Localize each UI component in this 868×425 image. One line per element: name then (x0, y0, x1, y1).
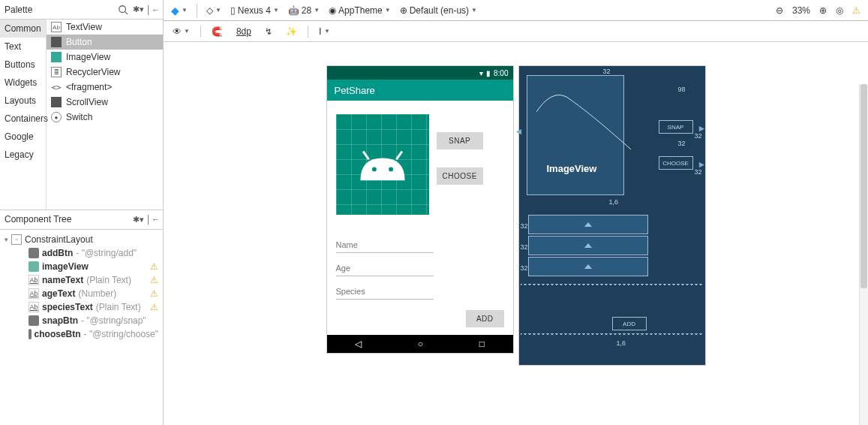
magnet-icon[interactable]: 🧲 (209, 25, 226, 38)
palette-item-switch[interactable]: ●Switch (47, 110, 163, 125)
snap-button[interactable]: SNAP (437, 132, 483, 149)
default-margin[interactable]: 8dp (233, 25, 254, 38)
vertical-scrollbar[interactable] (859, 84, 868, 425)
wifi-icon: ▾ (479, 69, 483, 77)
tree-header: Component Tree ✱▾ │← (0, 210, 163, 230)
palette-cat-layouts[interactable]: Layouts (0, 92, 46, 110)
button-icon (29, 329, 32, 339)
margin-label: 1,6 (617, 339, 626, 347)
search-icon[interactable] (118, 5, 128, 15)
bp-name-field[interactable] (528, 215, 648, 234)
tree-row-root[interactable]: ▾ ▫ ConstraintLayout (2, 233, 161, 246)
svg-line-1 (125, 11, 128, 14)
palette-title: Palette (5, 5, 32, 15)
clear-constraints-icon[interactable]: ↯ (262, 25, 275, 38)
battery-icon: ▮ (486, 69, 491, 77)
tree-title: Component Tree (5, 214, 71, 225)
svg-point-0 (119, 5, 126, 12)
bp-snap-button[interactable]: SNAP (659, 120, 693, 134)
name-field[interactable]: Name (336, 237, 434, 253)
rotate-icon: ◇ (206, 5, 213, 16)
device-dropdown[interactable]: ▯Nexus 4▼ (227, 4, 282, 17)
palette-item-fragment[interactable]: <><fragment> (47, 80, 163, 95)
arrow-right-icon: ► (698, 159, 707, 170)
margin-label: 32 (521, 243, 528, 251)
text-icon: Ab (29, 302, 39, 312)
orientation-dropdown[interactable]: ◇▼ (203, 4, 224, 17)
palette-categories: Common Text Buttons Widgets Layouts Cont… (0, 20, 47, 209)
palette-cat-text[interactable]: Text (0, 38, 46, 56)
margin-label: 32 (603, 68, 611, 75)
globe-icon: ⊕ (400, 5, 407, 16)
imageview-preview[interactable] (336, 114, 429, 215)
gear-icon[interactable]: ✱▾ (133, 5, 143, 15)
app-title: PetShare (335, 85, 375, 96)
bp-species-field[interactable] (528, 257, 648, 276)
warning-icon: ⚠ (150, 302, 158, 312)
gear-icon[interactable]: ✱▾ (133, 214, 143, 225)
bp-age-field[interactable] (528, 236, 648, 255)
android-icon (355, 146, 410, 184)
guidelines-dropdown[interactable]: Ⅰ ▼ (316, 25, 333, 38)
tree-row[interactable]: AbageText(Number)⚠ (2, 287, 161, 300)
design-canvas[interactable]: ▾ ▮ 8:00 PetShare SNAP (164, 42, 868, 425)
palette-cat-containers[interactable]: Containers (0, 110, 46, 128)
component-tree: ▾ ▫ ConstraintLayout addBtn- "@string/ad… (0, 230, 163, 426)
choose-button[interactable]: CHOOSE (437, 167, 483, 185)
species-field[interactable]: Species (336, 284, 434, 300)
text-icon: Ab (29, 288, 39, 299)
tree-row[interactable]: chooseBtn- "@string/choose" (2, 327, 161, 341)
age-field[interactable]: Age (336, 261, 434, 276)
tree-row[interactable]: AbspeciesText(Plain Text)⚠ (2, 300, 161, 314)
zoom-fit-button[interactable]: ◎ (833, 4, 846, 17)
zigzag-icon (521, 333, 704, 338)
theme-icon: ◉ (329, 5, 336, 16)
palette-cat-buttons[interactable]: Buttons (0, 56, 46, 74)
zoom-out-button[interactable]: ⊖ (773, 4, 786, 17)
margin-label: 32 (521, 264, 528, 272)
bp-choose-button[interactable]: CHOOSE (659, 156, 693, 170)
view-options-dropdown[interactable]: 👁 ▼ (170, 25, 193, 38)
palette-item-textview[interactable]: AbTextView (47, 20, 163, 35)
palette-item-button[interactable]: Button (47, 35, 163, 50)
palette-items: AbTextView Button ImageView ≣RecyclerVie… (47, 20, 163, 209)
bp-imageview[interactable]: ImageView (527, 75, 624, 195)
app-bar: PetShare (327, 80, 513, 101)
status-time: 8:00 (494, 69, 508, 77)
zoom-in-button[interactable]: ⊕ (816, 4, 830, 17)
phone-icon: ▯ (230, 5, 236, 16)
tree-row[interactable]: AbnameText(Plain Text)⚠ (2, 273, 161, 287)
collapse-icon[interactable]: │← (148, 5, 158, 15)
palette-item-scrollview[interactable]: ScrollView (47, 95, 163, 110)
palette-cat-legacy[interactable]: Legacy (0, 146, 46, 164)
add-button[interactable]: ADD (466, 310, 504, 327)
palette-cat-widgets[interactable]: Widgets (0, 74, 46, 92)
tree-row[interactable]: snapBtn- "@string/snap" (2, 314, 161, 327)
tree-row[interactable]: addBtn- "@string/add" (2, 246, 161, 260)
back-icon[interactable]: ◁ (355, 339, 362, 349)
palette-item-imageview[interactable]: ImageView (47, 50, 163, 65)
svg-point-2 (371, 167, 376, 171)
home-icon[interactable]: ○ (418, 339, 423, 349)
infer-constraints-icon[interactable]: ✨ (283, 25, 300, 38)
margin-label: 1,6 (609, 198, 619, 206)
tree-row[interactable]: imageView⚠ (2, 260, 161, 273)
palette-cat-common[interactable]: Common (0, 20, 46, 38)
api-dropdown[interactable]: 🤖28▼ (285, 4, 323, 17)
svg-point-3 (389, 167, 393, 171)
zigzag-icon (521, 284, 704, 288)
locale-dropdown[interactable]: ⊕Default (en-us)▼ (397, 4, 480, 17)
palette-item-recyclerview[interactable]: ≣RecyclerView (47, 65, 163, 80)
status-bar: ▾ ▮ 8:00 (327, 66, 513, 80)
collapse-icon[interactable]: │← (148, 214, 158, 225)
design-surface-dropdown[interactable]: ◆▼ (168, 3, 191, 18)
blueprint-view[interactable]: 32 98 32 32 32 ImageView 1,6 SNAP CHOOSE… (519, 66, 705, 365)
warning-icon[interactable]: ⚠ (849, 4, 863, 17)
image-icon (29, 261, 39, 272)
palette-cat-google[interactable]: Google (0, 128, 46, 146)
zoom-value: 33% (789, 4, 813, 17)
palette-header: Palette ✱▾ │← (0, 0, 163, 20)
bp-add-button[interactable]: ADD (612, 317, 647, 330)
theme-dropdown[interactable]: ◉AppTheme▼ (326, 4, 394, 17)
recent-icon[interactable]: □ (479, 339, 485, 349)
